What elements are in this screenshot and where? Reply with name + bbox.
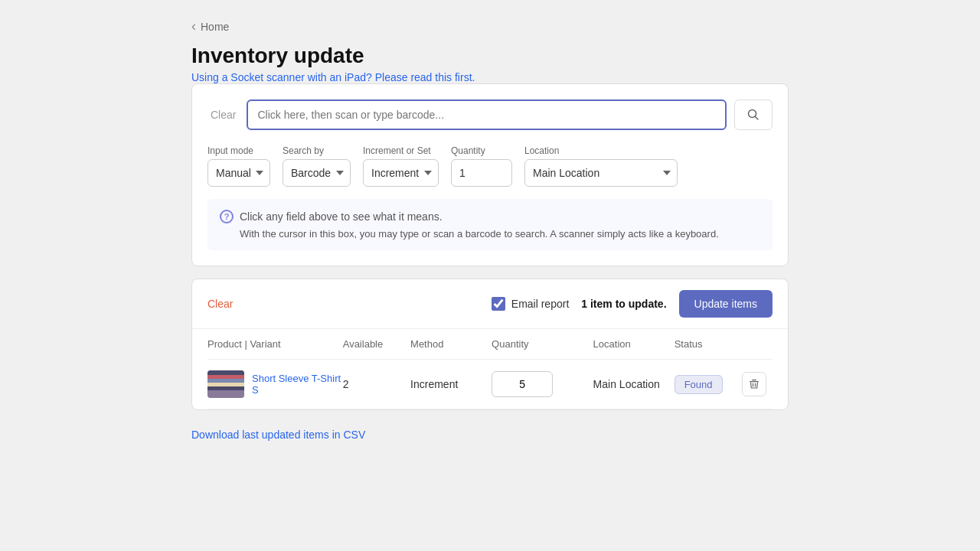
help-icon: ?: [220, 210, 234, 223]
row-location: Main Location: [593, 378, 675, 390]
svg-rect-9: [750, 381, 759, 382]
increment-set-group: Increment or Set Increment Set: [363, 145, 439, 187]
page-title: Inventory update: [191, 44, 789, 68]
search-by-group: Search by Barcode SKU Title: [283, 145, 351, 187]
location-group: Location Main Location: [524, 145, 678, 187]
product-thumbnail: [207, 370, 244, 398]
quantity-label: Quantity: [451, 145, 512, 156]
col-location: Location: [593, 338, 675, 350]
location-label: Location: [524, 145, 678, 156]
email-report-label: Email report: [511, 298, 569, 310]
delete-row-button[interactable]: [742, 372, 766, 396]
email-report-row: Email report: [492, 297, 569, 311]
table-row: Short Sleeve T-Shirt S 2 Increment Main …: [207, 360, 773, 409]
svg-rect-5: [207, 379, 244, 383]
col-available: Available: [343, 338, 410, 350]
quantity-input[interactable]: [451, 159, 512, 187]
col-actions: [742, 338, 773, 350]
location-select[interactable]: Main Location: [524, 159, 678, 187]
clear-items-button[interactable]: Clear: [207, 298, 233, 310]
back-label: Home: [201, 21, 229, 33]
increment-set-label: Increment or Set: [363, 145, 439, 156]
input-mode-group: Input mode Manual Auto: [207, 145, 270, 187]
row-quantity-input[interactable]: [492, 371, 553, 397]
svg-line-1: [756, 117, 759, 120]
table-header: Product | Variant Available Method Quant…: [207, 329, 773, 360]
clear-top-button[interactable]: Clear: [207, 109, 239, 121]
increment-set-select[interactable]: Increment Set: [363, 159, 439, 187]
svg-rect-8: [207, 390, 244, 398]
item-count: 1 item to update.: [581, 298, 666, 310]
input-mode-select[interactable]: Manual Auto: [207, 159, 270, 187]
product-cell: Short Sleeve T-Shirt S: [207, 370, 343, 398]
search-icon: [747, 109, 760, 121]
svg-rect-3: [207, 370, 244, 375]
svg-rect-7: [207, 386, 244, 390]
help-box: ? Click any field above to see what it m…: [207, 199, 773, 250]
col-status: Status: [675, 338, 742, 350]
search-by-label: Search by: [283, 145, 351, 156]
trash-icon: [749, 379, 760, 390]
barcode-input[interactable]: [247, 99, 727, 130]
back-link[interactable]: ‹ Home: [191, 18, 789, 34]
items-header: Clear Email report 1 item to update. Upd…: [192, 279, 788, 329]
svg-rect-6: [207, 383, 244, 386]
status-badge: Found: [675, 375, 723, 394]
search-button[interactable]: [734, 99, 773, 130]
available-value: 2: [343, 378, 410, 390]
scan-card: Clear Input mode Manual Auto: [191, 83, 789, 266]
csv-download-link[interactable]: Download last updated items in CSV: [191, 429, 365, 441]
page-subtitle[interactable]: Using a Socket scanner with an iPad? Ple…: [191, 71, 475, 83]
update-items-button[interactable]: Update items: [679, 290, 773, 318]
svg-rect-4: [207, 375, 244, 379]
svg-rect-10: [752, 380, 756, 380]
search-by-select[interactable]: Barcode SKU Title: [283, 159, 351, 187]
chevron-left-icon: ‹: [191, 18, 196, 34]
col-quantity: Quantity: [492, 338, 593, 350]
input-mode-label: Input mode: [207, 145, 270, 156]
product-name-link[interactable]: Short Sleeve T-Shirt S: [252, 373, 343, 396]
col-method: Method: [410, 338, 492, 350]
help-text-2: With the cursor in this box, you may typ…: [240, 228, 760, 240]
method-value: Increment: [410, 378, 492, 390]
items-table: Product | Variant Available Method Quant…: [192, 329, 788, 409]
email-report-checkbox[interactable]: [492, 297, 505, 311]
quantity-group: Quantity: [451, 145, 512, 187]
help-text-1: Click any field above to see what it mea…: [240, 210, 443, 223]
col-product: Product | Variant: [207, 338, 343, 350]
items-card: Clear Email report 1 item to update. Upd…: [191, 279, 789, 410]
